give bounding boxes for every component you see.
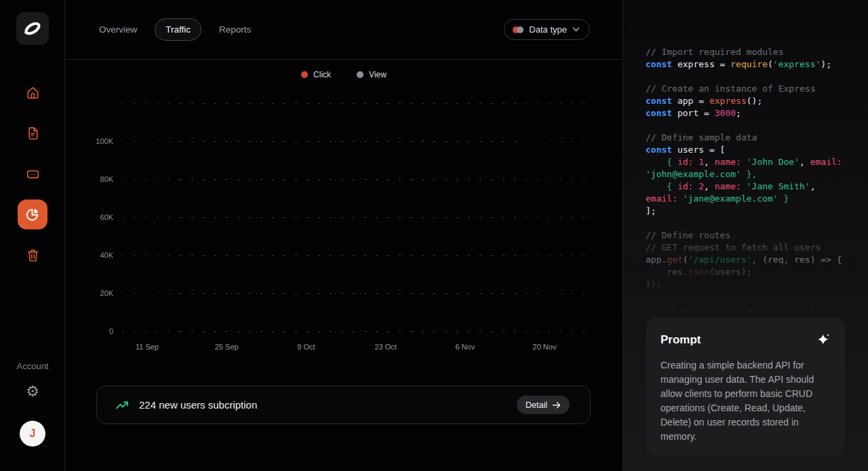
main-panel: Overview Traffic Reports Data type Click…	[65, 0, 623, 471]
code-line: // GET request to fetch all users	[646, 242, 864, 254]
code-line: res.json(users);	[646, 266, 864, 278]
code-line: ];	[646, 205, 864, 217]
trending-up-icon	[115, 398, 130, 413]
code-panel: // Import required modulesconst express …	[623, 0, 868, 471]
y-axis-tick: 100K	[65, 136, 113, 146]
code-line: const port = 3000;	[646, 107, 864, 119]
document-icon	[25, 126, 41, 141]
card-icon	[25, 166, 41, 182]
arrow-right-icon	[552, 401, 561, 409]
chart-gridline	[122, 217, 594, 218]
code-line: 'john@example.com' },	[646, 168, 864, 181]
chart-gridline	[122, 255, 594, 256]
detail-button-label: Detail	[526, 400, 547, 410]
x-axis-tick: 25 Sep	[203, 343, 250, 351]
code-line: // GET request to fetch a single user	[646, 303, 864, 315]
code-line: const app = express();	[646, 95, 864, 107]
gear-icon: ⚙	[26, 384, 39, 399]
code-line: // Import required modules	[646, 46, 864, 58]
pie-chart-icon	[24, 206, 41, 223]
prompt-title: Prompt	[660, 333, 701, 347]
y-axis-tick: 0	[65, 326, 113, 336]
x-axis-tick: 9 Oct	[282, 343, 330, 351]
brand-logo[interactable]	[16, 12, 49, 45]
code-line	[646, 119, 864, 132]
code-line: { id: 1, name: 'John Doe', email:	[646, 156, 864, 168]
code-line: // Define routes	[646, 229, 864, 242]
sidebar: Account ⚙ J	[0, 0, 65, 471]
sidebar-item-trash[interactable]	[18, 240, 47, 270]
y-axis-tick: 20K	[65, 288, 113, 298]
code-block: // Import required modulesconst express …	[646, 46, 864, 315]
chart-gridline	[122, 141, 594, 142]
app-root: Account ⚙ J Overview Traffic Reports Dat…	[0, 0, 868, 471]
chart-gridline	[122, 179, 594, 180]
summary-card: 224 new users subcription Detail	[96, 385, 591, 424]
chart-gridline	[122, 331, 594, 332]
x-axis-tick: 11 Sep	[123, 343, 171, 351]
code-line: app.get('/api/users', (req, res) => {	[646, 254, 864, 266]
sparkle-icon	[816, 333, 831, 347]
code-line	[646, 290, 864, 303]
brand-logo-icon	[22, 18, 43, 39]
avatar-initial: J	[30, 428, 36, 440]
y-axis-tick: 60K	[65, 212, 113, 222]
chart-gridline	[122, 103, 594, 104]
detail-button[interactable]: Detail	[517, 396, 570, 414]
x-axis-tick: 20 Nov	[521, 343, 568, 351]
sidebar-item-card[interactable]	[18, 159, 47, 189]
account-label: Account	[0, 361, 65, 371]
prompt-card-header: Prompt	[660, 333, 831, 347]
code-line: // Create an instance of Express	[646, 83, 864, 95]
sidebar-item-document[interactable]	[18, 118, 47, 148]
x-axis-tick: 6 Nov	[441, 343, 489, 351]
y-axis-tick: 80K	[65, 174, 113, 184]
code-line: });	[646, 278, 864, 290]
code-line: // Define sample data	[646, 132, 864, 144]
code-line	[646, 217, 864, 229]
x-axis-tick: 23 Oct	[362, 343, 410, 351]
sidebar-item-home[interactable]	[18, 77, 47, 107]
code-line: email: 'jane@example.com' }	[646, 193, 864, 205]
summary-text: 224 new users subcription	[139, 399, 257, 411]
prompt-body: Creating a simple backend API for managi…	[660, 358, 831, 444]
home-icon	[25, 85, 41, 100]
avatar[interactable]: J	[20, 421, 45, 447]
trash-icon	[25, 248, 41, 263]
code-line	[646, 71, 864, 83]
settings-button[interactable]: ⚙	[0, 384, 65, 399]
y-axis-tick: 40K	[65, 250, 113, 260]
code-line: const express = require('express');	[646, 58, 864, 71]
chart-plot: 100K80K60K40K20K011 Sep25 Sep9 Oct23 Oct…	[65, 0, 623, 380]
sidebar-nav	[0, 77, 65, 270]
code-line: const users = [	[646, 144, 864, 156]
sidebar-item-pie-chart[interactable]	[18, 200, 47, 229]
prompt-card: Prompt Creating a simple backend API for…	[646, 318, 845, 456]
code-line: { id: 2, name: 'Jane Smith',	[646, 181, 864, 193]
chart-gridline	[122, 293, 594, 294]
